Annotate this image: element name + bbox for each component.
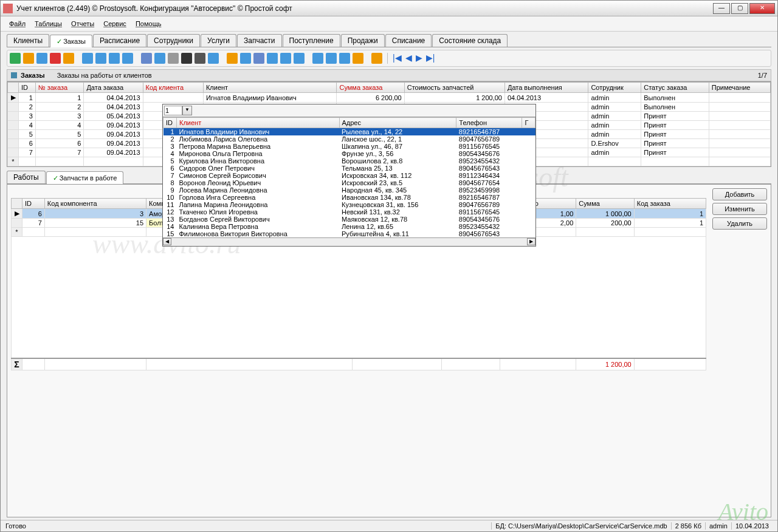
orders-col[interactable]: Код клиента bbox=[143, 83, 203, 93]
nav-next-icon[interactable]: ▶ bbox=[416, 53, 422, 64]
subtab-works[interactable]: Работы bbox=[7, 171, 46, 183]
close-button[interactable]: ✕ bbox=[749, 3, 775, 14]
toolbar-icon-13[interactable] bbox=[194, 53, 205, 64]
dropdown-search-input[interactable] bbox=[164, 106, 182, 115]
minimize-button[interactable]: — bbox=[713, 3, 730, 14]
orders-col[interactable]: Сотрудник bbox=[588, 83, 641, 93]
list-item[interactable]: 1Игнатов Владимир ИвановичРылеева ул., 1… bbox=[164, 128, 535, 136]
orders-col[interactable]: ID bbox=[19, 83, 36, 93]
sigma-icon: Σ bbox=[12, 358, 22, 370]
toolbar-icon-12[interactable] bbox=[181, 53, 192, 64]
toolbar-icon-9[interactable] bbox=[141, 53, 152, 64]
status-db-path: C:\Users\Mariya\Desktop\CarService\CarSe… bbox=[508, 522, 667, 530]
nav-last-icon[interactable]: ▶| bbox=[426, 53, 435, 64]
toolbar-icon-25[interactable] bbox=[371, 53, 382, 64]
list-item[interactable]: 14Калинина Вера ПетровнаЛенина 12, кв.65… bbox=[164, 223, 535, 230]
edit-button[interactable]: Изменить bbox=[712, 203, 767, 215]
toolbar-icon-6[interactable] bbox=[95, 53, 106, 64]
parts-col[interactable]: Сумма bbox=[576, 199, 634, 209]
toolbar-icon-15[interactable] bbox=[227, 53, 238, 64]
orders-col[interactable]: Стоимость запчастей bbox=[404, 83, 504, 93]
tab-income[interactable]: Поступление bbox=[283, 34, 340, 47]
list-item[interactable]: 9Лосева Марина ЛеонидовнаНародная 45, кв… bbox=[164, 186, 535, 194]
maximize-button[interactable]: ▢ bbox=[731, 3, 748, 14]
toolbar: |◀ ◀ ▶ ▶| bbox=[7, 50, 771, 67]
toolbar-icon-3[interactable] bbox=[50, 53, 61, 64]
toolbar-icon-16[interactable] bbox=[240, 53, 251, 64]
scroll-left-icon[interactable]: ◀ bbox=[163, 238, 171, 245]
list-item[interactable]: 15Филимонова Виктория ВикторовнаРубинште… bbox=[164, 230, 535, 237]
list-item[interactable]: 12Ткаченко Юлия ИгоревнаНевский 131, кв.… bbox=[164, 208, 535, 216]
toolbar-icon-17[interactable] bbox=[253, 53, 264, 64]
toolbar-icon-22[interactable] bbox=[326, 53, 337, 64]
list-item[interactable]: 13Богданов Сергей ВикторовичМаяковская 1… bbox=[164, 216, 535, 223]
menu-file[interactable]: Файл bbox=[5, 19, 29, 29]
tab-sales[interactable]: Продажи bbox=[341, 34, 385, 47]
menu-reports[interactable]: Отчеты bbox=[67, 19, 98, 29]
statusbar: Готово БД: C:\Users\Mariya\Desktop\CarSe… bbox=[1, 520, 777, 531]
orders-col[interactable]: Клиент bbox=[203, 83, 336, 93]
toolbar-icon-2[interactable] bbox=[36, 53, 47, 64]
toolbar-icon-1[interactable] bbox=[23, 53, 34, 64]
nav-prev-icon[interactable]: ◀ bbox=[405, 53, 412, 64]
parts-col[interactable]: Код заказа bbox=[634, 199, 706, 209]
subtab-parts[interactable]: ✓Запчасти в работе bbox=[46, 171, 124, 184]
orders-col[interactable]: Дата выполнения bbox=[504, 83, 588, 93]
list-item[interactable]: 5Курилова Инна ВикторовнаВорошилова 2, к… bbox=[164, 157, 535, 165]
toolbar-icon-8[interactable] bbox=[122, 53, 133, 64]
list-item[interactable]: 11Лапина Марина ЛеонидовнаКузнецовская 3… bbox=[164, 201, 535, 208]
toolbar-icon-10[interactable] bbox=[154, 53, 165, 64]
app-icon bbox=[3, 4, 13, 13]
tab-clients[interactable]: Клиенты bbox=[7, 34, 49, 47]
scroll-right-icon[interactable]: ▶ bbox=[527, 238, 535, 245]
tab-employees[interactable]: Сотрудники bbox=[147, 34, 200, 47]
tab-stock[interactable]: Состояние склада bbox=[432, 34, 508, 47]
list-item[interactable]: 4Миронова Ольга ПетровнаФрунзе ул., 3, 5… bbox=[164, 150, 535, 157]
add-button[interactable]: Добавить bbox=[712, 188, 767, 200]
toolbar-icon-20[interactable] bbox=[294, 53, 305, 64]
tab-schedule[interactable]: Расписание bbox=[93, 34, 146, 47]
dropdown-col[interactable]: Г bbox=[522, 118, 535, 128]
tab-writeoff[interactable]: Списание bbox=[385, 34, 432, 47]
tab-parts[interactable]: Запчасти bbox=[237, 34, 282, 47]
dropdown-toggle-icon[interactable]: ▼ bbox=[182, 106, 192, 115]
client-dropdown-popup[interactable]: ▼ IDКлиентАдресТелефонГ 1Игнатов Владими… bbox=[162, 104, 536, 247]
list-item[interactable]: 2Любимова Лариса ОлеговнаЛанское шос., 2… bbox=[164, 135, 535, 143]
orders-col[interactable]: Примечание bbox=[709, 83, 770, 93]
orders-col[interactable]: Статус заказа bbox=[641, 83, 709, 93]
list-item[interactable]: 8Воронов Леонид ЮрьевичИскровский 23, кв… bbox=[164, 179, 535, 186]
orders-col[interactable]: Сумма заказа bbox=[337, 83, 404, 93]
delete-button[interactable]: Удалить bbox=[712, 217, 767, 230]
toolbar-icon-14[interactable] bbox=[208, 53, 219, 64]
dropdown-col[interactable]: Клиент bbox=[177, 118, 340, 128]
dropdown-col[interactable]: ID bbox=[164, 118, 177, 128]
dropdown-scrollbar[interactable]: ◀ ▶ bbox=[163, 237, 535, 246]
toolbar-icon-23[interactable] bbox=[339, 53, 350, 64]
list-item[interactable]: 7Симонов Сергей БорисовичИскровская 34, … bbox=[164, 172, 535, 179]
toolbar-icon-0[interactable] bbox=[10, 53, 21, 64]
toolbar-icon-24[interactable] bbox=[353, 53, 363, 64]
orders-col[interactable]: Дата заказа bbox=[84, 83, 143, 93]
dropdown-col[interactable]: Телефон bbox=[456, 118, 522, 128]
menu-service[interactable]: Сервис bbox=[100, 19, 130, 29]
nav-first-icon[interactable]: |◀ bbox=[393, 53, 402, 64]
toolbar-icon-4[interactable] bbox=[63, 53, 74, 64]
toolbar-icon-18[interactable] bbox=[267, 53, 278, 64]
list-item[interactable]: 6Сидоров Олег ПетровичТельмана 25, 13890… bbox=[164, 165, 535, 172]
menu-tables[interactable]: Таблицы bbox=[31, 19, 66, 29]
menu-help[interactable]: Помощь bbox=[132, 19, 165, 29]
parts-col[interactable]: Код компонента bbox=[44, 199, 146, 209]
table-row[interactable]: ▶1104.04.2013Игнатов Владимир Иванович6 … bbox=[8, 93, 771, 103]
tab-orders[interactable]: ✓Заказы bbox=[50, 35, 92, 47]
list-item[interactable]: 3Петрова Марина ВалерьевнаШкапина ул., 4… bbox=[164, 143, 535, 150]
toolbar-icon-7[interactable] bbox=[109, 53, 120, 64]
list-item[interactable]: 10Горлова Инга СергеевнаИвановская 134, … bbox=[164, 194, 535, 201]
toolbar-icon-21[interactable] bbox=[312, 53, 323, 64]
toolbar-icon-11[interactable] bbox=[168, 53, 179, 64]
toolbar-icon-5[interactable] bbox=[82, 53, 93, 64]
toolbar-icon-19[interactable] bbox=[280, 53, 291, 64]
orders-col[interactable]: № заказа bbox=[35, 83, 84, 93]
tab-services[interactable]: Услуги bbox=[201, 34, 236, 47]
dropdown-col[interactable]: Адрес bbox=[339, 118, 456, 128]
parts-col[interactable]: ID bbox=[22, 199, 45, 209]
